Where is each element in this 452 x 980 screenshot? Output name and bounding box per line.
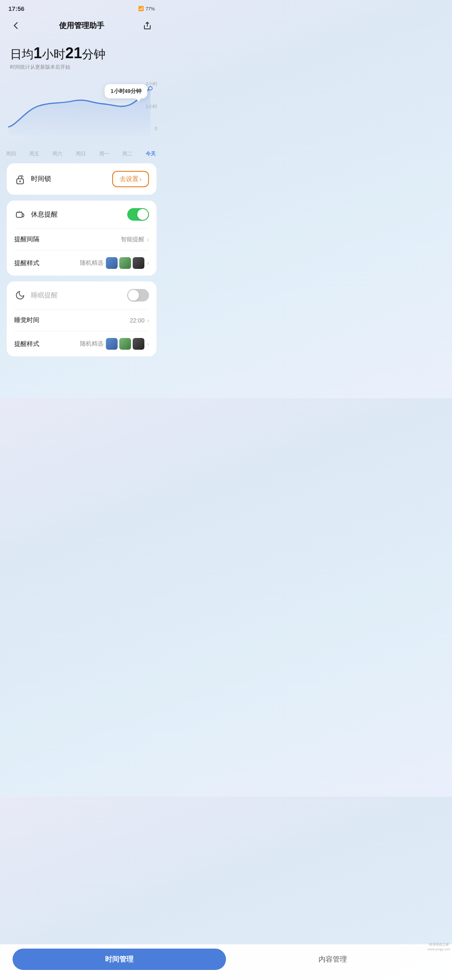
svg-rect-4	[16, 212, 22, 217]
back-button[interactable]	[8, 18, 23, 33]
reminder-style-text: 随机精选	[80, 259, 103, 267]
time-lock-left: 时间锁	[14, 173, 51, 185]
x-label-tue: 周二	[122, 150, 132, 157]
x-label-sat: 周六	[52, 150, 62, 157]
reminder-interval-row[interactable]: 提醒间隔 智能提醒 ›	[7, 229, 157, 250]
x-label-sun: 周日	[76, 150, 86, 157]
break-reminder-row: 休息提醒	[7, 201, 157, 228]
time-lock-row: 时间锁 去设置 ›	[7, 163, 157, 195]
break-reminder-toggle[interactable]	[127, 208, 149, 221]
sleep-style-label: 提醒样式	[14, 340, 39, 348]
go-setting-arrow: ›	[139, 176, 141, 183]
sleep-thumb-3	[133, 338, 144, 350]
y-label-2h: 2小时	[146, 81, 157, 87]
page-title: 使用管理助手	[59, 21, 104, 31]
sleep-reminder-toggle[interactable]	[127, 289, 149, 302]
break-reminder-label: 休息提醒	[31, 210, 58, 219]
thumbnail-strip-2	[106, 338, 144, 350]
thumbnail-strip-1	[106, 257, 144, 269]
reminder-style-row[interactable]: 提醒样式 随机精选 ›	[7, 250, 157, 276]
reminder-style-label: 提醒样式	[14, 259, 39, 267]
daily-avg-title: 日均1小时21分钟	[10, 44, 153, 62]
daily-avg-prefix: 日均	[10, 48, 33, 61]
go-setting-label: 去设置	[120, 175, 139, 183]
thumb-1	[106, 257, 118, 269]
daily-average-section: 日均1小时21分钟 时间统计从更新版本后开始	[0, 40, 163, 73]
sleep-time-value: 22:00 ›	[130, 317, 149, 324]
thumb-2	[119, 257, 131, 269]
x-label-thu: 周四	[6, 150, 16, 157]
svg-point-3	[19, 181, 21, 182]
sleep-reminder-icon	[14, 289, 26, 301]
sleep-reminder-left: 睡眠提醒	[14, 289, 58, 301]
time-lock-label: 时间锁	[31, 175, 51, 183]
chart-y-labels: 2小时 1小时 0	[146, 81, 157, 131]
status-icons: 📶 77%	[138, 6, 155, 11]
daily-avg-subtitle: 时间统计从更新版本后开始	[10, 64, 153, 71]
sleep-time-label: 睡觉时间	[14, 316, 39, 324]
chevron-icon-3: ›	[147, 317, 149, 324]
chart-tooltip: 1小时49分钟	[105, 84, 147, 98]
reminder-interval-label: 提醒间隔	[14, 235, 39, 243]
share-button[interactable]	[140, 18, 155, 33]
sleep-toggle-knob	[128, 290, 139, 301]
chevron-icon-4: ›	[147, 340, 149, 347]
reminder-interval-text: 智能提醒	[121, 236, 144, 243]
usage-chart: 2小时 1小时 0 1小时49分钟	[0, 81, 163, 148]
daily-avg-hours-unit: 小时	[42, 48, 65, 61]
battery-icon: 77%	[146, 6, 155, 11]
sleep-style-row[interactable]: 提醒样式 随机精选 ›	[7, 331, 157, 356]
status-time: 17:56	[8, 5, 24, 12]
daily-avg-minutes: 21	[65, 44, 82, 62]
break-reminder-icon	[14, 209, 26, 220]
sleep-reminder-card: 睡眠提醒 睡觉时间 22:00 › 提醒样式 随机精选 ›	[7, 281, 157, 356]
break-reminder-left: 休息提醒	[14, 209, 58, 220]
sleep-time-text: 22:00	[130, 317, 144, 324]
sleep-thumb-2	[119, 338, 131, 350]
sleep-time-row[interactable]: 睡觉时间 22:00 ›	[7, 309, 157, 331]
sleep-style-text: 随机精选	[80, 340, 103, 348]
header: 使用管理助手	[0, 15, 163, 40]
time-lock-icon	[14, 173, 26, 185]
sleep-thumb-1	[106, 338, 118, 350]
y-label-1h: 1小时	[146, 103, 157, 110]
daily-avg-minutes-unit: 分钟	[82, 48, 105, 61]
y-label-0: 0	[146, 126, 157, 131]
thumb-3	[133, 257, 144, 269]
sleep-style-value: 随机精选 ›	[80, 338, 149, 350]
sleep-reminder-row: 睡眠提醒	[7, 281, 157, 309]
reminder-interval-value: 智能提醒 ›	[121, 236, 149, 243]
chart-x-labels: 周四 周五 周六 周日 周一 周二 今天	[0, 148, 163, 157]
x-label-today: 今天	[146, 150, 156, 157]
signal-icon: 📶	[138, 6, 144, 11]
reminder-style-value: 随机精选 ›	[80, 257, 149, 269]
x-label-mon: 周一	[99, 150, 109, 157]
status-bar: 17:56 📶 77%	[0, 0, 163, 15]
go-setting-button[interactable]: 去设置 ›	[112, 171, 149, 187]
time-lock-card: 时间锁 去设置 ›	[7, 163, 157, 195]
x-label-fri: 周五	[29, 150, 39, 157]
chevron-icon-1: ›	[147, 236, 149, 243]
chevron-icon-2: ›	[147, 260, 149, 266]
toggle-knob	[137, 209, 148, 220]
break-reminder-card: 休息提醒 提醒间隔 智能提醒 › 提醒样式 随机精选 ›	[7, 201, 157, 276]
daily-avg-hours: 1	[33, 44, 42, 62]
sleep-reminder-label: 睡眠提醒	[31, 291, 58, 300]
